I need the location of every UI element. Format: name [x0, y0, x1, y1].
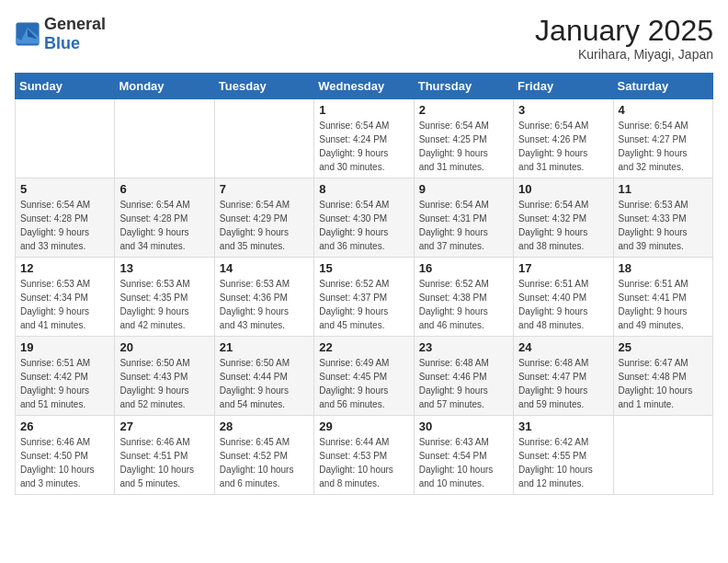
calendar-cell — [613, 416, 712, 495]
day-info: Sunrise: 6:43 AM Sunset: 4:54 PM Dayligh… — [419, 435, 508, 490]
calendar-cell: 12Sunrise: 6:53 AM Sunset: 4:34 PM Dayli… — [16, 258, 115, 337]
day-number: 5 — [20, 182, 109, 196]
day-info: Sunrise: 6:54 AM Sunset: 4:30 PM Dayligh… — [319, 198, 408, 253]
calendar-table: SundayMondayTuesdayWednesdayThursdayFrid… — [15, 73, 713, 495]
day-number: 7 — [220, 182, 309, 196]
calendar-cell: 5Sunrise: 6:54 AM Sunset: 4:28 PM Daylig… — [16, 178, 115, 258]
weekday-header-wednesday: Wednesday — [314, 74, 414, 99]
calendar-week-row: 19Sunrise: 6:51 AM Sunset: 4:42 PM Dayli… — [16, 337, 713, 416]
day-number: 14 — [220, 261, 309, 275]
day-number: 8 — [319, 182, 408, 196]
day-number: 28 — [220, 419, 309, 433]
day-number: 27 — [119, 419, 209, 433]
day-info: Sunrise: 6:53 AM Sunset: 4:35 PM Dayligh… — [119, 277, 209, 332]
weekday-header-tuesday: Tuesday — [214, 74, 313, 99]
calendar-cell: 4Sunrise: 6:54 AM Sunset: 4:27 PM Daylig… — [613, 99, 712, 178]
day-number: 1 — [319, 103, 408, 117]
day-number: 26 — [20, 419, 109, 433]
calendar-cell: 2Sunrise: 6:54 AM Sunset: 4:25 PM Daylig… — [414, 99, 513, 178]
weekday-header-friday: Friday — [514, 74, 613, 99]
calendar-cell: 21Sunrise: 6:50 AM Sunset: 4:44 PM Dayli… — [214, 337, 313, 416]
day-number: 11 — [619, 182, 708, 196]
day-info: Sunrise: 6:53 AM Sunset: 4:34 PM Dayligh… — [20, 277, 109, 332]
calendar-cell: 8Sunrise: 6:54 AM Sunset: 4:30 PM Daylig… — [314, 178, 414, 258]
day-number: 4 — [619, 103, 708, 117]
day-number: 10 — [518, 182, 608, 196]
day-number: 21 — [220, 340, 309, 354]
calendar-week-row: 12Sunrise: 6:53 AM Sunset: 4:34 PM Dayli… — [16, 258, 713, 337]
day-info: Sunrise: 6:50 AM Sunset: 4:43 PM Dayligh… — [119, 356, 209, 411]
day-number: 29 — [319, 419, 408, 433]
day-number: 30 — [419, 419, 508, 433]
day-info: Sunrise: 6:54 AM Sunset: 4:31 PM Dayligh… — [419, 198, 508, 253]
calendar-cell: 29Sunrise: 6:44 AM Sunset: 4:53 PM Dayli… — [314, 416, 414, 495]
day-info: Sunrise: 6:53 AM Sunset: 4:33 PM Dayligh… — [619, 198, 708, 253]
weekday-header-sunday: Sunday — [16, 74, 115, 99]
day-info: Sunrise: 6:54 AM Sunset: 4:25 PM Dayligh… — [419, 119, 508, 174]
weekday-header-thursday: Thursday — [414, 74, 513, 99]
logo-text: General Blue — [44, 15, 106, 53]
calendar-cell: 22Sunrise: 6:49 AM Sunset: 4:45 PM Dayli… — [314, 337, 414, 416]
day-info: Sunrise: 6:44 AM Sunset: 4:53 PM Dayligh… — [319, 435, 408, 490]
day-number: 15 — [319, 261, 408, 275]
day-info: Sunrise: 6:51 AM Sunset: 4:42 PM Dayligh… — [20, 356, 109, 411]
day-info: Sunrise: 6:48 AM Sunset: 4:46 PM Dayligh… — [419, 356, 508, 411]
day-number: 16 — [419, 261, 508, 275]
day-info: Sunrise: 6:54 AM Sunset: 4:28 PM Dayligh… — [119, 198, 209, 253]
calendar-cell — [214, 99, 313, 178]
day-number: 19 — [20, 340, 109, 354]
day-info: Sunrise: 6:50 AM Sunset: 4:44 PM Dayligh… — [220, 356, 309, 411]
day-info: Sunrise: 6:51 AM Sunset: 4:41 PM Dayligh… — [619, 277, 708, 332]
calendar-cell: 24Sunrise: 6:48 AM Sunset: 4:47 PM Dayli… — [514, 337, 613, 416]
day-info: Sunrise: 6:45 AM Sunset: 4:52 PM Dayligh… — [220, 435, 309, 490]
calendar-cell: 25Sunrise: 6:47 AM Sunset: 4:48 PM Dayli… — [613, 337, 712, 416]
day-info: Sunrise: 6:54 AM Sunset: 4:24 PM Dayligh… — [319, 119, 408, 174]
day-info: Sunrise: 6:51 AM Sunset: 4:40 PM Dayligh… — [518, 277, 608, 332]
day-info: Sunrise: 6:54 AM Sunset: 4:27 PM Dayligh… — [619, 119, 708, 174]
day-number: 9 — [419, 182, 508, 196]
calendar-cell: 19Sunrise: 6:51 AM Sunset: 4:42 PM Dayli… — [16, 337, 115, 416]
calendar-cell: 16Sunrise: 6:52 AM Sunset: 4:38 PM Dayli… — [414, 258, 513, 337]
calendar-cell: 28Sunrise: 6:45 AM Sunset: 4:52 PM Dayli… — [214, 416, 313, 495]
day-number: 23 — [419, 340, 508, 354]
logo-blue: Blue — [44, 34, 80, 52]
day-info: Sunrise: 6:52 AM Sunset: 4:38 PM Dayligh… — [419, 277, 508, 332]
calendar-cell: 7Sunrise: 6:54 AM Sunset: 4:29 PM Daylig… — [214, 178, 313, 258]
weekday-header-saturday: Saturday — [613, 74, 712, 99]
day-info: Sunrise: 6:46 AM Sunset: 4:50 PM Dayligh… — [20, 435, 109, 490]
day-number: 6 — [119, 182, 209, 196]
day-info: Sunrise: 6:54 AM Sunset: 4:28 PM Dayligh… — [20, 198, 109, 253]
calendar-cell: 1Sunrise: 6:54 AM Sunset: 4:24 PM Daylig… — [314, 99, 414, 178]
day-number: 13 — [119, 261, 209, 275]
day-info: Sunrise: 6:47 AM Sunset: 4:48 PM Dayligh… — [619, 356, 708, 411]
page-header: General Blue January 2025 Kurihara, Miya… — [15, 15, 713, 62]
calendar-cell: 23Sunrise: 6:48 AM Sunset: 4:46 PM Dayli… — [414, 337, 513, 416]
calendar-cell: 10Sunrise: 6:54 AM Sunset: 4:32 PM Dayli… — [514, 178, 613, 258]
logo-icon — [15, 21, 40, 47]
calendar-cell: 13Sunrise: 6:53 AM Sunset: 4:35 PM Dayli… — [115, 258, 214, 337]
day-info: Sunrise: 6:46 AM Sunset: 4:51 PM Dayligh… — [119, 435, 209, 490]
day-number: 3 — [518, 103, 608, 117]
calendar-cell: 30Sunrise: 6:43 AM Sunset: 4:54 PM Dayli… — [414, 416, 513, 495]
day-info: Sunrise: 6:54 AM Sunset: 4:29 PM Dayligh… — [220, 198, 309, 253]
calendar-cell: 14Sunrise: 6:53 AM Sunset: 4:36 PM Dayli… — [214, 258, 313, 337]
day-info: Sunrise: 6:42 AM Sunset: 4:55 PM Dayligh… — [518, 435, 608, 490]
title-block: January 2025 Kurihara, Miyagi, Japan — [535, 15, 713, 62]
location-title: Kurihara, Miyagi, Japan — [535, 47, 713, 62]
day-number: 31 — [518, 419, 608, 433]
calendar-cell: 15Sunrise: 6:52 AM Sunset: 4:37 PM Dayli… — [314, 258, 414, 337]
calendar-week-row: 26Sunrise: 6:46 AM Sunset: 4:50 PM Dayli… — [16, 416, 713, 495]
logo-general: General — [44, 15, 106, 33]
calendar-cell: 27Sunrise: 6:46 AM Sunset: 4:51 PM Dayli… — [115, 416, 214, 495]
calendar-cell: 11Sunrise: 6:53 AM Sunset: 4:33 PM Dayli… — [613, 178, 712, 258]
weekday-header-monday: Monday — [115, 74, 214, 99]
day-number: 24 — [518, 340, 608, 354]
day-number: 25 — [619, 340, 708, 354]
calendar-cell: 6Sunrise: 6:54 AM Sunset: 4:28 PM Daylig… — [115, 178, 214, 258]
day-info: Sunrise: 6:48 AM Sunset: 4:47 PM Dayligh… — [518, 356, 608, 411]
day-info: Sunrise: 6:52 AM Sunset: 4:37 PM Dayligh… — [319, 277, 408, 332]
month-title: January 2025 — [535, 15, 713, 47]
day-number: 20 — [119, 340, 209, 354]
day-number: 18 — [619, 261, 708, 275]
day-number: 17 — [518, 261, 608, 275]
